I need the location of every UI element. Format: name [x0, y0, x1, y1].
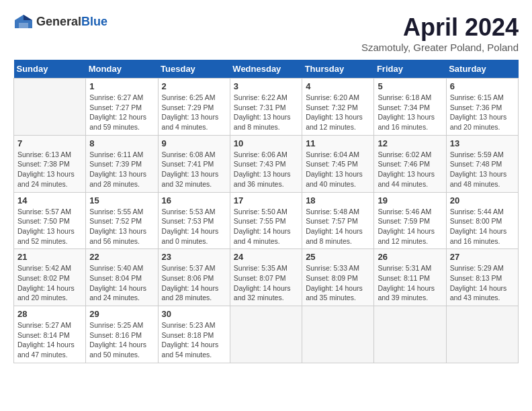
calendar-cell: 12Sunrise: 6:02 AM Sunset: 7:46 PM Dayli… — [374, 135, 446, 192]
calendar-cell: 21Sunrise: 5:42 AM Sunset: 8:02 PM Dayli… — [14, 249, 86, 306]
day-header-monday: Monday — [86, 60, 158, 79]
day-number: 23 — [162, 252, 226, 262]
day-info: Sunrise: 5:33 AM Sunset: 8:09 PM Dayligh… — [306, 263, 370, 303]
calendar-cell: 25Sunrise: 5:33 AM Sunset: 8:09 PM Dayli… — [302, 249, 374, 306]
day-number: 9 — [162, 138, 226, 148]
calendar-cell: 23Sunrise: 5:37 AM Sunset: 8:06 PM Dayli… — [158, 249, 230, 306]
day-info: Sunrise: 5:25 AM Sunset: 8:16 PM Dayligh… — [89, 320, 154, 360]
logo-blue: Blue — [81, 15, 107, 28]
calendar-cell: 11Sunrise: 6:04 AM Sunset: 7:45 PM Dayli… — [302, 135, 374, 192]
day-header-thursday: Thursday — [302, 60, 374, 79]
day-number: 24 — [234, 252, 298, 262]
calendar-cell: 2Sunrise: 6:25 AM Sunset: 7:29 PM Daylig… — [158, 79, 230, 136]
day-number: 11 — [306, 138, 370, 148]
day-info: Sunrise: 6:27 AM Sunset: 7:27 PM Dayligh… — [89, 93, 154, 132]
day-header-sunday: Sunday — [14, 60, 86, 79]
calendar-cell — [446, 306, 518, 363]
calendar-cell: 22Sunrise: 5:40 AM Sunset: 8:04 PM Dayli… — [86, 249, 158, 306]
day-info: Sunrise: 6:15 AM Sunset: 7:36 PM Dayligh… — [450, 93, 515, 132]
day-number: 2 — [162, 81, 226, 91]
day-info: Sunrise: 6:25 AM Sunset: 7:29 PM Dayligh… — [162, 93, 226, 132]
day-number: 6 — [450, 81, 515, 91]
week-row-2: 7Sunrise: 6:13 AM Sunset: 7:38 PM Daylig… — [14, 135, 519, 192]
calendar-cell: 7Sunrise: 6:13 AM Sunset: 7:38 PM Daylig… — [14, 135, 86, 192]
day-info: Sunrise: 6:04 AM Sunset: 7:45 PM Dayligh… — [306, 150, 370, 189]
logo-icon — [13, 13, 34, 30]
day-info: Sunrise: 5:57 AM Sunset: 7:50 PM Dayligh… — [17, 207, 82, 246]
calendar-cell: 27Sunrise: 5:29 AM Sunset: 8:13 PM Dayli… — [446, 249, 518, 306]
day-info: Sunrise: 5:37 AM Sunset: 8:06 PM Dayligh… — [162, 263, 226, 303]
calendar-cell: 9Sunrise: 6:08 AM Sunset: 7:41 PM Daylig… — [158, 135, 230, 192]
calendar-cell: 1Sunrise: 6:27 AM Sunset: 7:27 PM Daylig… — [86, 79, 158, 136]
day-number: 8 — [89, 138, 154, 148]
day-number: 18 — [306, 195, 370, 205]
subtitle: Szamotuly, Greater Poland, Poland — [361, 42, 519, 53]
day-number: 20 — [450, 195, 515, 205]
day-header-saturday: Saturday — [446, 60, 518, 79]
calendar-cell — [230, 306, 302, 363]
day-info: Sunrise: 5:46 AM Sunset: 7:59 PM Dayligh… — [378, 207, 442, 246]
day-number: 16 — [162, 195, 226, 205]
day-number: 3 — [234, 81, 298, 91]
calendar-cell: 17Sunrise: 5:50 AM Sunset: 7:55 PM Dayli… — [230, 192, 302, 249]
day-info: Sunrise: 5:23 AM Sunset: 8:18 PM Dayligh… — [162, 320, 226, 360]
day-number: 28 — [17, 309, 82, 319]
day-info: Sunrise: 5:53 AM Sunset: 7:53 PM Dayligh… — [162, 207, 226, 246]
day-number: 1 — [89, 81, 154, 91]
calendar-cell: 18Sunrise: 5:48 AM Sunset: 7:57 PM Dayli… — [302, 192, 374, 249]
day-info: Sunrise: 6:20 AM Sunset: 7:32 PM Dayligh… — [306, 93, 370, 132]
calendar-cell: 26Sunrise: 5:31 AM Sunset: 8:11 PM Dayli… — [374, 249, 446, 306]
day-number: 5 — [378, 81, 442, 91]
calendar-cell: 28Sunrise: 5:27 AM Sunset: 8:14 PM Dayli… — [14, 306, 86, 363]
day-info: Sunrise: 5:27 AM Sunset: 8:14 PM Dayligh… — [17, 320, 82, 360]
day-info: Sunrise: 6:08 AM Sunset: 7:41 PM Dayligh… — [162, 150, 226, 189]
day-number: 21 — [17, 252, 82, 262]
day-number: 25 — [306, 252, 370, 262]
day-info: Sunrise: 6:06 AM Sunset: 7:43 PM Dayligh… — [234, 150, 298, 189]
day-info: Sunrise: 5:50 AM Sunset: 7:55 PM Dayligh… — [234, 207, 298, 246]
day-info: Sunrise: 5:40 AM Sunset: 8:04 PM Dayligh… — [89, 263, 154, 303]
title-area: April 2024 Szamotuly, Greater Poland, Po… — [361, 13, 519, 53]
day-info: Sunrise: 6:22 AM Sunset: 7:31 PM Dayligh… — [234, 93, 298, 132]
calendar-cell — [14, 79, 86, 136]
days-header-row: SundayMondayTuesdayWednesdayThursdayFrid… — [14, 60, 519, 79]
calendar-cell — [374, 306, 446, 363]
calendar-cell: 20Sunrise: 5:44 AM Sunset: 8:00 PM Dayli… — [446, 192, 518, 249]
week-row-1: 1Sunrise: 6:27 AM Sunset: 7:27 PM Daylig… — [14, 79, 519, 136]
day-header-friday: Friday — [374, 60, 446, 79]
day-header-wednesday: Wednesday — [230, 60, 302, 79]
day-number: 29 — [89, 309, 154, 319]
day-number: 19 — [378, 195, 442, 205]
day-info: Sunrise: 5:44 AM Sunset: 8:00 PM Dayligh… — [450, 207, 515, 246]
day-number: 12 — [378, 138, 442, 148]
calendar-cell: 6Sunrise: 6:15 AM Sunset: 7:36 PM Daylig… — [446, 79, 518, 136]
header: GeneralBlue April 2024 Szamotuly, Greate… — [13, 13, 519, 53]
day-info: Sunrise: 5:31 AM Sunset: 8:11 PM Dayligh… — [378, 263, 442, 303]
day-info: Sunrise: 5:55 AM Sunset: 7:52 PM Dayligh… — [89, 207, 154, 246]
day-number: 27 — [450, 252, 515, 262]
week-row-3: 14Sunrise: 5:57 AM Sunset: 7:50 PM Dayli… — [14, 192, 519, 249]
calendar-cell: 3Sunrise: 6:22 AM Sunset: 7:31 PM Daylig… — [230, 79, 302, 136]
svg-marker-1 — [24, 15, 32, 20]
day-info: Sunrise: 6:13 AM Sunset: 7:38 PM Dayligh… — [17, 150, 82, 189]
day-info: Sunrise: 5:42 AM Sunset: 8:02 PM Dayligh… — [17, 263, 82, 303]
day-number: 26 — [378, 252, 442, 262]
logo-text: GeneralBlue — [36, 15, 107, 29]
day-number: 15 — [89, 195, 154, 205]
day-info: Sunrise: 6:18 AM Sunset: 7:34 PM Dayligh… — [378, 93, 442, 132]
day-info: Sunrise: 5:59 AM Sunset: 7:48 PM Dayligh… — [450, 150, 515, 189]
week-row-4: 21Sunrise: 5:42 AM Sunset: 8:02 PM Dayli… — [14, 249, 519, 306]
calendar-cell: 24Sunrise: 5:35 AM Sunset: 8:07 PM Dayli… — [230, 249, 302, 306]
day-info: Sunrise: 5:29 AM Sunset: 8:13 PM Dayligh… — [450, 263, 515, 303]
calendar-cell: 5Sunrise: 6:18 AM Sunset: 7:34 PM Daylig… — [374, 79, 446, 136]
day-number: 14 — [17, 195, 82, 205]
day-number: 10 — [234, 138, 298, 148]
day-info: Sunrise: 6:02 AM Sunset: 7:46 PM Dayligh… — [378, 150, 442, 189]
day-info: Sunrise: 5:35 AM Sunset: 8:07 PM Dayligh… — [234, 263, 298, 303]
day-number: 4 — [306, 81, 370, 91]
calendar-cell: 10Sunrise: 6:06 AM Sunset: 7:43 PM Dayli… — [230, 135, 302, 192]
calendar-cell — [302, 306, 374, 363]
logo: GeneralBlue — [13, 13, 107, 30]
calendar-cell: 29Sunrise: 5:25 AM Sunset: 8:16 PM Dayli… — [86, 306, 158, 363]
calendar-cell: 30Sunrise: 5:23 AM Sunset: 8:18 PM Dayli… — [158, 306, 230, 363]
